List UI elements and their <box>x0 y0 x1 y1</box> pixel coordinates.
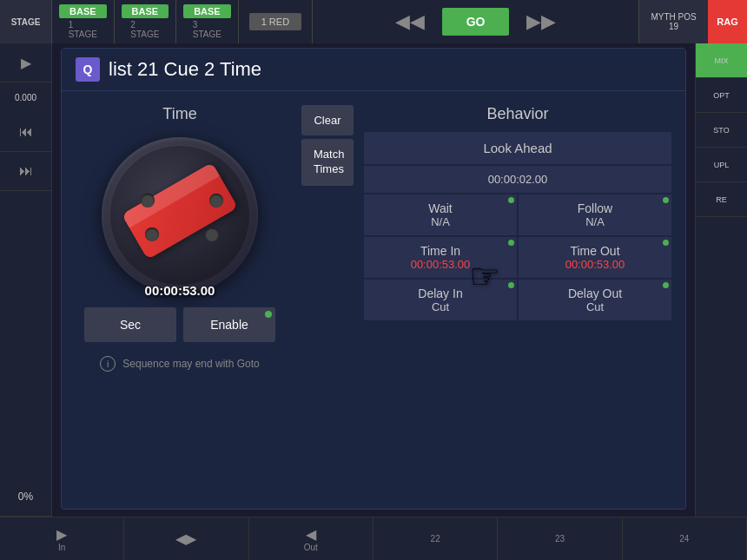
forward-arrow: ▶▶ <box>526 10 556 33</box>
match-times-button[interactable]: Match Times <box>301 139 354 186</box>
side-value: 0.000 <box>0 82 51 113</box>
out-label: Out <box>304 543 318 552</box>
sto-button[interactable]: STO <box>696 113 747 148</box>
delay-in-label: Delay In <box>374 287 506 300</box>
time-in-label: Time In <box>374 244 506 258</box>
enable-dot <box>265 311 272 318</box>
time-out-label: Time Out <box>529 244 661 258</box>
wait-cell[interactable]: Wait N/A <box>364 194 517 235</box>
enable-button[interactable]: Enable <box>183 307 275 342</box>
knob-time: 00:00:53.00 <box>102 283 258 298</box>
delay-in-dot <box>508 282 514 288</box>
base1-button[interactable]: BASE 1STAGE <box>52 0 115 43</box>
base1-label: BASE <box>59 4 107 18</box>
look-ahead-time-cell[interactable]: 00:00:02.00 <box>364 166 671 193</box>
skip-back-button[interactable]: ⏮ <box>0 113 51 152</box>
left-panel: Time 00:00:53.00 Sec <box>76 105 284 372</box>
wait-label: Wait <box>374 201 506 215</box>
bottom-22[interactable]: 22 <box>374 517 498 560</box>
delay-out-label: Delay Out <box>529 287 661 300</box>
delay-in-cell[interactable]: Delay In Cut <box>364 280 517 320</box>
look-ahead-label: Look Ahead <box>483 141 552 155</box>
time-in-dot <box>508 240 514 246</box>
knob-container[interactable]: 00:00:53.00 <box>102 137 258 293</box>
dialog-title-text: list 21 Cue 2 Time <box>109 58 261 81</box>
red-label: 1 RED <box>249 13 301 30</box>
knob-band <box>122 162 238 260</box>
go-arrow: ◀◀ <box>395 10 425 33</box>
top-bar: STAGE BASE 1STAGE BASE 2STAGE BASE 3STAG… <box>0 0 747 43</box>
time-row: Time In 00:00:53.00 Time Out 00:00:53.00 <box>364 237 671 278</box>
look-ahead-cell[interactable]: Look Ahead <box>364 132 671 164</box>
mix-button[interactable]: MIX <box>696 43 747 78</box>
time-in-cell[interactable]: Time In 00:00:53.00 <box>364 237 517 278</box>
clear-button[interactable]: Clear <box>301 105 354 135</box>
base2-label: BASE <box>122 4 169 18</box>
base3-label: BASE <box>183 4 231 18</box>
follow-cell[interactable]: Follow N/A <box>519 194 671 235</box>
side-left: ▶ 0.000 ⏮ ⏭ 0% <box>0 43 52 517</box>
right-panel: Behavior Look Ahead 00:00:02.00 Wait N/A <box>364 105 671 372</box>
myth-pos: MYTH POS 19 <box>638 0 708 43</box>
bottom-buttons: Sec Enable <box>76 307 284 342</box>
go-button[interactable]: GO <box>442 8 510 36</box>
base3-button[interactable]: BASE 3STAGE <box>176 0 239 43</box>
bottom-bar: ▶ In ◀▶ ◀ Out 22 23 24 <box>0 517 747 560</box>
time-out-dot <box>663 240 669 246</box>
percent-label: 0% <box>0 478 51 517</box>
red-button[interactable]: 1 RED <box>239 0 313 43</box>
play-button[interactable]: ▶ <box>0 43 51 82</box>
bottom-mid[interactable]: ◀▶ <box>124 517 248 560</box>
knob-dot-br <box>205 227 219 241</box>
dialog-title-bar: Q list 21 Cue 2 Time <box>62 49 685 91</box>
base1-sublabel: 1STAGE <box>69 20 97 39</box>
look-ahead-time: 00:00:02.00 <box>488 173 548 186</box>
knob-dot-bl <box>145 227 159 241</box>
knob-inner <box>110 146 249 285</box>
num-22: 22 <box>431 534 440 544</box>
dialog-body: Time 00:00:53.00 Sec <box>62 91 685 385</box>
wait-dot <box>508 197 514 203</box>
time-out-cell[interactable]: Time Out 00:00:53.00 <box>519 237 671 278</box>
delay-row: Delay In Cut Delay Out Cut <box>364 280 671 320</box>
right-section: Clear Match Times Behavior Look Ahead 00… <box>301 105 671 372</box>
dialog-icon: Q <box>76 57 100 82</box>
mid-icon: ◀▶ <box>175 530 196 547</box>
num-24: 24 <box>679 534 689 544</box>
time-in-value: 00:00:53.00 <box>374 258 506 271</box>
delay-out-value: Cut <box>529 300 661 313</box>
follow-value: N/A <box>529 215 661 228</box>
myth-pos-num: 19 <box>669 22 678 31</box>
sec-button[interactable]: Sec <box>84 307 176 342</box>
time-out-value: 00:00:53.00 <box>529 258 661 271</box>
base2-button[interactable]: BASE 2STAGE <box>115 0 177 43</box>
wait-value: N/A <box>374 215 506 228</box>
myth-pos-label: MYTH POS <box>651 12 696 22</box>
dialog: Q list 21 Cue 2 Time Time 00:00:53.00 <box>61 48 686 510</box>
info-text: Sequence may end with Goto <box>122 358 259 370</box>
upl-button[interactable]: UPL <box>696 148 747 182</box>
knob-dot-tl <box>141 194 155 208</box>
delay-out-cell[interactable]: Delay Out Cut <box>519 280 671 320</box>
side-right: MIX OPT STO UPL RE <box>695 43 747 517</box>
in-label: In <box>58 543 65 552</box>
info-icon: i <box>100 356 116 372</box>
base2-sublabel: 2STAGE <box>130 20 159 39</box>
delay-out-dot <box>663 282 669 288</box>
ctrl-buttons: Clear Match Times <box>301 105 354 372</box>
bottom-24[interactable]: 24 <box>623 517 747 560</box>
re-button[interactable]: RE <box>696 182 747 217</box>
skip-forward-button[interactable]: ⏭ <box>0 152 51 191</box>
knob-outer: 00:00:53.00 <box>102 137 258 293</box>
time-label: Time <box>162 105 196 123</box>
stage-label: STAGE <box>0 0 52 43</box>
bottom-in[interactable]: ▶ In <box>0 517 124 560</box>
opt-button[interactable]: OPT <box>696 78 747 113</box>
bottom-23[interactable]: 23 <box>498 517 622 560</box>
in-icon: ▶ <box>56 526 67 543</box>
knob-dot-tr <box>209 194 223 208</box>
delay-in-value: Cut <box>374 300 506 313</box>
info-bar: i Sequence may end with Goto <box>91 356 268 372</box>
bottom-out[interactable]: ◀ Out <box>249 517 374 560</box>
wait-follow-row: Wait N/A Follow N/A <box>364 194 671 235</box>
